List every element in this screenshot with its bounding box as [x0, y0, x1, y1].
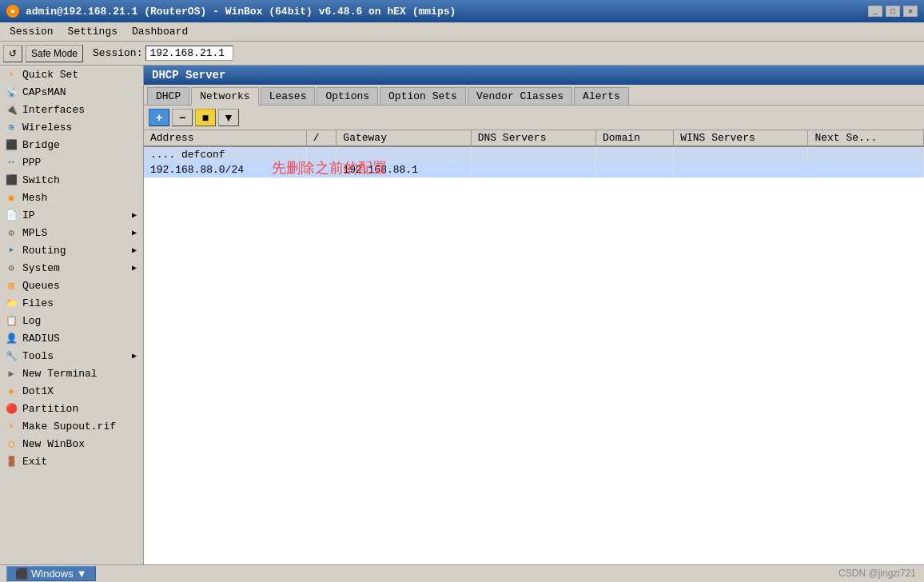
sidebar-arrow-8: ▶ — [132, 210, 137, 220]
col-header-3: DNS Servers — [471, 130, 595, 146]
sidebar-label-9: MPLS — [22, 227, 47, 239]
sidebar-item-partition[interactable]: 🔴 Partition — [0, 400, 143, 417]
content-area: DHCP Server DHCPNetworksLeasesOptionsOpt… — [144, 66, 924, 564]
table-header: Address/GatewayDNS ServersDomainWINS Ser… — [144, 130, 924, 146]
col-header-4: Domain — [596, 130, 674, 146]
sidebar-label-13: Files — [22, 297, 54, 309]
sidebar-item-switch[interactable]: ⬛ Switch — [0, 171, 143, 189]
sidebar-label-16: Tools — [22, 350, 54, 362]
sidebar-label-6: Switch — [22, 174, 60, 186]
windows-arrow-icon: ▼ — [77, 568, 87, 580]
col-header-0: Address — [144, 130, 306, 146]
tab-leases[interactable]: Leases — [261, 87, 316, 105]
maximize-button[interactable]: □ — [886, 6, 900, 17]
sidebar-item-mesh[interactable]: ◉ Mesh — [0, 189, 143, 206]
sidebar-item-tools[interactable]: 🔧 Tools ▶ — [0, 347, 143, 365]
sidebar-icon-10: ➤ — [5, 244, 18, 257]
session-label: Session: — [93, 47, 142, 59]
table-row[interactable]: .... defconf — [144, 146, 924, 162]
minimize-button[interactable]: _ — [868, 6, 882, 17]
sidebar-item-quick-set[interactable]: ⚡ Quick Set — [0, 66, 143, 83]
sidebar-item-ip[interactable]: 📄 IP ▶ — [0, 206, 143, 224]
menu-dashboard[interactable]: Dashboard — [125, 24, 194, 39]
close-button[interactable]: ✕ — [903, 6, 918, 17]
sidebar-item-mpls[interactable]: ⚙ MPLS ▶ — [0, 224, 143, 241]
tab-vendor-classes[interactable]: Vendor Classes — [468, 87, 572, 105]
menu-bar: Session Settings Dashboard — [0, 22, 924, 42]
sidebar-item-interfaces[interactable]: 🔌 Interfaces — [0, 101, 143, 118]
cell-1-5 — [674, 162, 808, 177]
sidebar-label-1: CAPsMAN — [22, 86, 66, 98]
col-header-5: WINS Servers — [674, 130, 808, 146]
sidebar-icon-1: 📡 — [5, 86, 18, 98]
sidebar-label-5: PPP — [22, 157, 41, 169]
sidebar-item-dot1x[interactable]: ◈ Dot1X — [0, 382, 143, 400]
sidebar-label-0: Quick Set — [22, 69, 78, 81]
sidebar-item-new-winbox[interactable]: ◯ New WinBox — [0, 435, 143, 452]
remove-button[interactable]: − — [172, 109, 193, 126]
refresh-icon: ↺ — [9, 48, 17, 59]
session-input[interactable] — [145, 46, 233, 61]
sidebar-item-queues[interactable]: ▤ Queues — [0, 277, 143, 294]
table-row[interactable]: 192.168.88.0/24192.168.88.1 — [144, 162, 924, 177]
sidebar-item-routing[interactable]: ➤ Routing ▶ — [0, 241, 143, 259]
panel-toolbar: + − ■ ▼ — [144, 106, 924, 130]
sidebar-item-wireless[interactable]: ≋ Wireless — [0, 118, 143, 136]
windows-button[interactable]: ⬛ Windows ▼ — [6, 566, 96, 581]
sidebar-item-make-supout.rif[interactable]: ⚡ Make Supout.rif — [0, 417, 143, 435]
sidebar-icon-19: 🔴 — [5, 402, 18, 415]
sidebar-label-4: Bridge — [22, 139, 60, 151]
sidebar-item-system[interactable]: ⚙ System ▶ — [0, 259, 143, 277]
copy-button[interactable]: ■ — [195, 109, 216, 126]
sidebar-icon-2: 🔌 — [5, 103, 18, 116]
sidebar-label-14: Log — [22, 315, 41, 327]
col-header-6: Next Se... — [808, 130, 924, 146]
sidebar-icon-7: ◉ — [5, 191, 18, 204]
sidebar-item-bridge[interactable]: ⬛ Bridge — [0, 136, 143, 153]
add-button[interactable]: + — [149, 109, 169, 126]
sidebar-icon-13: 📁 — [5, 297, 18, 309]
windows-icon: ⬛ — [15, 568, 28, 580]
cell-1-3 — [471, 162, 595, 177]
watermark: CSDN @jingzi721 — [838, 568, 916, 579]
title-bar-text: admin@192.168.21.1 (RouterOS) - WinBox (… — [26, 6, 456, 18]
menu-session[interactable]: Session — [3, 24, 60, 39]
main-toolbar: ↺ Safe Mode Session: — [0, 42, 924, 66]
sidebar-item-log[interactable]: 📋 Log — [0, 312, 143, 329]
tab-option-sets[interactable]: Option Sets — [380, 87, 466, 105]
menu-settings[interactable]: Settings — [62, 24, 124, 39]
sidebar-label-11: System — [22, 262, 60, 274]
sidebar-item-files[interactable]: 📁 Files — [0, 294, 143, 312]
sidebar-item-exit[interactable]: 🚪 Exit — [0, 452, 143, 470]
tab-options[interactable]: Options — [317, 87, 378, 105]
refresh-button[interactable]: ↺ — [3, 45, 22, 62]
sidebar-icon-8: 📄 — [5, 209, 18, 221]
sidebar-label-3: Wireless — [22, 122, 72, 134]
safe-mode-button[interactable]: Safe Mode — [26, 45, 83, 62]
sidebar-icon-16: 🔧 — [5, 349, 18, 362]
col-header-1: / — [306, 130, 337, 146]
sidebar-item-radius[interactable]: 👤 RADIUS — [0, 329, 143, 347]
sidebar-item-capsman[interactable]: 📡 CAPsMAN — [0, 83, 143, 101]
sidebar-label-12: Queues — [22, 280, 60, 292]
tab-alerts[interactable]: Alerts — [574, 87, 629, 105]
sidebar-arrow-10: ▶ — [132, 245, 137, 255]
sidebar-icon-9: ⚙ — [5, 226, 18, 239]
tab-dhcp[interactable]: DHCP — [147, 87, 189, 105]
app-icon: ● — [6, 5, 19, 18]
bottom-bar: ⬛ Windows ▼ — [0, 564, 924, 582]
title-bar: ● admin@192.168.21.1 (RouterOS) - WinBox… — [0, 0, 924, 22]
sidebar-item-ppp[interactable]: ↔ PPP — [0, 153, 143, 171]
cell-0-3 — [471, 146, 595, 162]
sidebar-icon-14: 📋 — [5, 314, 18, 327]
table-body: .... defconf192.168.88.0/24192.168.88.1 — [144, 146, 924, 177]
cell-0-6 — [808, 146, 924, 162]
sidebar-arrow-16: ▶ — [132, 351, 137, 361]
sidebar-label-19: Partition — [22, 403, 78, 415]
sidebar-item-new-terminal[interactable]: ▶ New Terminal — [0, 365, 143, 382]
filter-button[interactable]: ▼ — [218, 109, 239, 126]
sidebar-label-2: Interfaces — [22, 104, 85, 116]
sidebar-arrow-9: ▶ — [132, 228, 137, 237]
window-controls: _ □ ✕ — [868, 6, 918, 17]
tab-networks[interactable]: Networks — [191, 87, 258, 106]
